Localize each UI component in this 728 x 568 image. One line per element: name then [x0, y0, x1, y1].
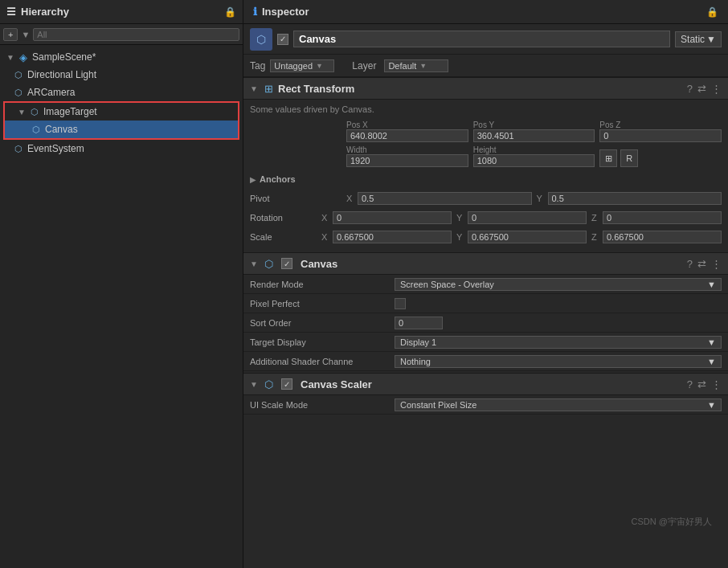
pos-y-input[interactable] — [473, 129, 595, 142]
chevron-down-icon: ▼ — [419, 62, 427, 70]
pixel-perfect-value — [395, 298, 722, 309]
info-icon: ℹ — [253, 6, 257, 18]
hierarchy-lock-icon[interactable]: 🔒 — [224, 6, 236, 18]
pixel-perfect-row: Pixel Perfect — [243, 294, 728, 313]
section-actions: ? ⇄ ⋮ — [687, 83, 722, 95]
ui-scale-mode-dropdown[interactable]: Constant Pixel Size ▼ — [395, 398, 722, 411]
canvas-component-header[interactable]: ▼ ⬡ ✓ Canvas ? ⇄ ⋮ — [243, 252, 728, 275]
search-input[interactable] — [33, 28, 239, 41]
scale-y-field: Y — [456, 231, 587, 243]
additional-shader-label: Additional Shader Channe — [250, 357, 395, 366]
additional-shader-dropdown[interactable]: Nothing ▼ — [395, 355, 722, 368]
rect-transform-content: Some values driven by Canvas. Pos X Pos … — [243, 100, 728, 252]
list-item[interactable]: ⬡ Directional Light — [0, 66, 243, 84]
rotation-y-input[interactable] — [468, 211, 587, 224]
layer-dropdown[interactable]: Default ▼ — [384, 59, 448, 72]
object-icon: ⬡ — [250, 28, 272, 51]
settings-icon[interactable]: ⇄ — [697, 258, 706, 270]
y-label: Y — [537, 194, 546, 203]
rect-transform-header[interactable]: ▼ ⊞ Rect Transform ? ⇄ ⋮ — [243, 77, 728, 100]
pivot-row: Pivot X Y — [250, 190, 722, 207]
list-item[interactable]: ⬡ EventSystem — [0, 140, 243, 157]
object-name-input[interactable] — [293, 31, 670, 47]
y-label: Y — [456, 213, 466, 223]
settings-icon[interactable]: ⇄ — [697, 83, 706, 95]
hierarchy-title: ☰ Hierarchy — [6, 6, 69, 18]
toolbar-separator: ▼ — [21, 30, 30, 39]
canvas-enabled-checkbox[interactable]: ✓ — [281, 258, 292, 269]
pos-xyz-row: Pos X Pos Y Pos Z — [250, 121, 722, 142]
y-label: Y — [456, 232, 466, 242]
ui-scale-mode-row: UI Scale Mode Constant Pixel Size ▼ — [243, 395, 728, 415]
pos-y-field: Pos Y — [473, 121, 595, 142]
inspector-title: ℹ Inspector — [253, 6, 309, 18]
menu-icon[interactable]: ⋮ — [711, 378, 722, 390]
scene-root-item[interactable]: ▼ ◈ SampleScene* — [0, 48, 243, 66]
target-display-value: Display 1 ▼ — [395, 336, 722, 349]
pivot-label: Pivot — [250, 194, 346, 203]
rotation-y-field: Y — [456, 211, 587, 224]
static-button[interactable]: Static ▼ — [675, 31, 722, 47]
pivot-x-field: X — [346, 192, 532, 205]
height-input[interactable] — [473, 154, 595, 167]
rotation-x-field: X — [321, 211, 452, 224]
anchors-expand-arrow[interactable]: ▶ — [250, 175, 256, 184]
help-icon[interactable]: ? — [687, 258, 693, 270]
render-mode-dropdown[interactable]: Screen Space - Overlay ▼ — [395, 278, 722, 291]
render-mode-row: Render Mode Screen Space - Overlay ▼ — [243, 275, 728, 294]
help-icon[interactable]: ? — [687, 83, 693, 95]
inspector-tab: ℹ Inspector 🔒 — [243, 0, 728, 23]
chevron-down-icon: ▼ — [707, 357, 716, 366]
x-label: X — [346, 194, 356, 203]
tag-dropdown[interactable]: Untagged ▼ — [270, 59, 334, 72]
scale-x-input[interactable] — [333, 231, 452, 243]
enabled-checkbox[interactable]: ✓ — [277, 34, 288, 45]
pos-x-field: Pos X — [346, 121, 468, 142]
hierarchy-icon: ☰ — [6, 6, 16, 18]
driven-message: Some values driven by Canvas. — [250, 104, 722, 114]
main-area: + ▼ ▼ ◈ SampleScene* ⬡ Directional Light… — [0, 24, 728, 568]
rotation-z-input[interactable] — [603, 211, 722, 224]
canvas-component-icon: ⬡ — [264, 258, 273, 270]
layer-label: Layer — [352, 60, 376, 72]
target-display-dropdown[interactable]: Display 1 ▼ — [395, 336, 722, 349]
blueprint-button[interactable]: R — [620, 149, 638, 167]
list-item[interactable]: ▼ ⬡ ImageTarget — [5, 103, 238, 121]
canvas-icon: ⬡ — [31, 124, 42, 135]
gameobject-icon: ⬡ — [13, 69, 24, 80]
help-icon[interactable]: ? — [687, 378, 693, 390]
pixel-perfect-checkbox[interactable] — [395, 298, 406, 309]
settings-icon[interactable]: ⇄ — [697, 378, 706, 390]
list-item[interactable]: ⬡ ARCamera — [0, 84, 243, 101]
z-label: Z — [591, 213, 601, 223]
add-button[interactable]: + — [3, 28, 18, 41]
pos-z-input[interactable] — [599, 129, 722, 142]
pos-x-input[interactable] — [346, 129, 468, 142]
scale-y-input[interactable] — [468, 231, 587, 243]
scale-z-input[interactable] — [603, 231, 722, 243]
expand-arrow: ▼ — [18, 108, 26, 116]
expand-icon: ▼ — [250, 84, 260, 93]
menu-icon[interactable]: ⋮ — [711, 258, 722, 270]
pivot-y-input[interactable] — [548, 192, 722, 205]
inspector-panel: ⬡ ✓ Static ▼ Tag Untagged ▼ Layer Defaul… — [243, 24, 728, 568]
target-display-row: Target Display Display 1 ▼ — [243, 333, 728, 352]
render-mode-label: Render Mode — [250, 280, 395, 289]
wh-fields: Width Height ⊞ R — [346, 145, 722, 167]
rotation-x-input[interactable] — [333, 211, 452, 224]
canvas-scaler-enabled-checkbox[interactable]: ✓ — [281, 378, 292, 390]
inspector-lock-icon[interactable]: 🔒 — [706, 6, 718, 18]
pivot-x-input[interactable] — [358, 192, 532, 205]
chevron-down-icon: ▼ — [707, 337, 716, 347]
scale-x-field: X — [321, 231, 452, 243]
canvas-section-actions: ? ⇄ ⋮ — [687, 258, 722, 270]
expand-icon: ▼ — [250, 259, 260, 268]
width-input[interactable] — [346, 154, 468, 167]
gameobject-icon: ⬡ — [13, 143, 24, 154]
anchor-preset-button[interactable]: ⊞ — [599, 149, 617, 167]
canvas-item[interactable]: ⬡ Canvas — [5, 121, 238, 138]
sort-order-input[interactable] — [395, 317, 443, 329]
canvas-scaler-header[interactable]: ▼ ⬡ ✓ Canvas Scaler ? ⇄ ⋮ — [243, 373, 728, 395]
z-label: Z — [591, 232, 601, 242]
menu-icon[interactable]: ⋮ — [711, 83, 722, 95]
